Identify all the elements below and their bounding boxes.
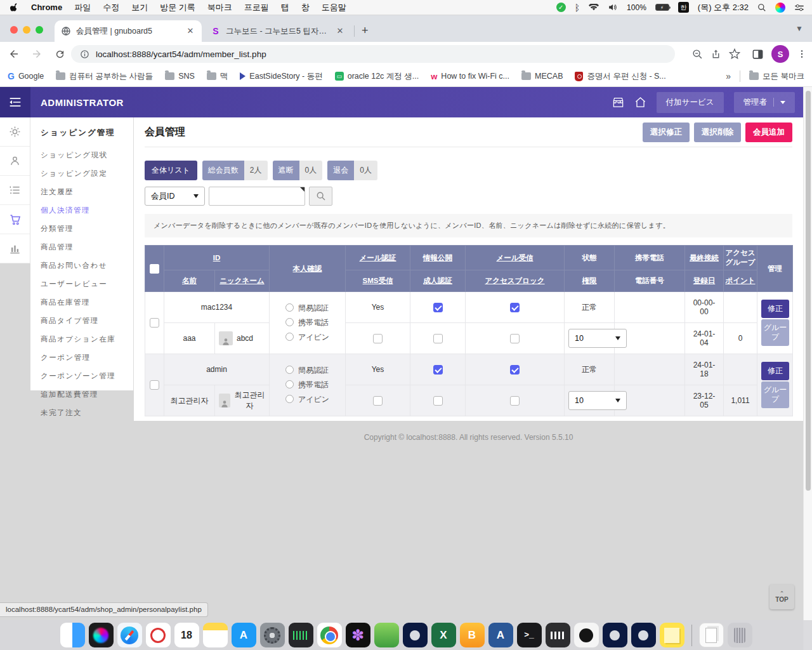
sidebar-item-shopping-status[interactable]: ショッピング現状 (30, 146, 133, 164)
new-tab-button[interactable]: + (362, 24, 369, 37)
cat-app-dock-icon[interactable] (574, 623, 599, 647)
add-member-button[interactable]: 会員追加 (745, 123, 792, 142)
select-delete-button[interactable]: 選択削除 (694, 123, 741, 142)
chrome-menu-icon[interactable] (797, 49, 807, 59)
siri-dock-icon[interactable] (89, 623, 114, 647)
rail-item-config[interactable] (0, 117, 30, 147)
sms-checkbox[interactable] (373, 334, 383, 343)
info-open-checkbox[interactable] (433, 365, 443, 375)
stat-blocked[interactable]: 遮断0人 (273, 161, 323, 180)
menubar-clock[interactable]: (목) 오후 2:32 (698, 2, 749, 13)
stickies-dock-icon[interactable] (660, 623, 684, 647)
bookmark-star-icon[interactable] (729, 48, 740, 60)
navy-app-dock-icon[interactable] (403, 623, 428, 647)
edit-button[interactable]: 修正 (761, 362, 789, 380)
sidebar-item-incomplete-orders[interactable]: 未完了注文 (30, 404, 133, 422)
rail-item-shop-active[interactable] (0, 205, 30, 234)
settings-dock-icon[interactable] (260, 623, 285, 647)
col-id[interactable]: ID (164, 246, 270, 270)
compass-dock-icon[interactable] (146, 623, 171, 647)
stat-total-members[interactable]: 総会員数2人 (202, 161, 268, 180)
menu-item-tab[interactable]: 탭 (281, 2, 289, 13)
rail-item-stats[interactable] (0, 234, 30, 263)
spotlight-icon[interactable] (757, 3, 766, 12)
app-store-dock-icon[interactable]: A (232, 623, 256, 647)
select-all-checkbox[interactable] (150, 264, 159, 274)
col-sms[interactable]: SMS受信 (346, 270, 410, 292)
group-button[interactable]: グループ (761, 381, 789, 408)
info-open-checkbox[interactable] (433, 303, 443, 312)
site-info-icon[interactable] (80, 50, 89, 59)
sidebar-item-option-stock[interactable]: 商品オプション在庫 (30, 330, 133, 348)
audio-editor-dock-icon[interactable] (289, 623, 313, 647)
filter-all-list[interactable]: 全体リスト (145, 161, 197, 180)
block-checkbox[interactable] (510, 334, 520, 343)
scroll-top-button[interactable]: ⌃ TOP (769, 585, 794, 609)
menu-item-window[interactable]: 창 (301, 2, 310, 13)
sidebar-item-personal-payment[interactable]: 個人決済管理 (30, 201, 133, 220)
bookmark-folder-mac[interactable]: 맥 (207, 71, 228, 82)
green-app-dock-icon[interactable] (374, 623, 399, 647)
side-panel-icon[interactable] (752, 48, 764, 60)
trash-dock-icon[interactable] (728, 623, 752, 647)
sidebar-item-category[interactable]: 分類管理 (30, 220, 133, 238)
navy-app-3-dock-icon[interactable] (631, 623, 656, 647)
adult-checkbox[interactable] (433, 334, 443, 343)
col-adult[interactable]: 成人認証 (410, 270, 466, 292)
rail-item-members[interactable] (0, 147, 30, 176)
mail-recv-checkbox[interactable] (510, 365, 520, 375)
col-info-open[interactable]: 情報公開 (410, 246, 466, 270)
bookmark-folder-sns[interactable]: SNS (165, 72, 195, 81)
radio-simple-auth[interactable]: 簡易認証 (285, 366, 329, 375)
addon-service-button[interactable]: 付加サービス (657, 92, 724, 113)
sidebar-item-coupon[interactable]: クーポン管理 (30, 348, 133, 367)
notes-dock-icon[interactable] (203, 623, 228, 647)
bookmark-folder-computer-study[interactable]: 컴퓨터 공부하는 사람들 (56, 71, 153, 82)
menu-item-view[interactable]: 보기 (131, 2, 148, 13)
search-input[interactable] (209, 187, 304, 205)
volume-icon[interactable] (608, 3, 618, 11)
menu-item-file[interactable]: 파일 (74, 2, 91, 13)
shop-icon[interactable] (612, 96, 624, 108)
sidebar-item-user-review[interactable]: ユーザーレビュー (30, 275, 133, 293)
edit-button[interactable]: 修正 (761, 300, 789, 318)
menu-item-profiles[interactable]: 프로필 (244, 2, 269, 13)
address-bar[interactable]: localhost:8888/ycart54/adm/member_list.p… (71, 45, 675, 63)
share-icon[interactable] (710, 49, 721, 60)
menu-item-help[interactable]: 도움말 (322, 2, 346, 13)
menu-item-history[interactable]: 방문 기록 (160, 2, 195, 13)
col-mail-auth[interactable]: メール認証 (346, 246, 410, 270)
search-button[interactable] (309, 187, 332, 206)
wifi-icon[interactable] (589, 4, 599, 11)
music-app-dock-icon[interactable] (546, 623, 570, 647)
home-icon[interactable] (634, 96, 646, 108)
bookmark-folder-mecab[interactable]: MECAB (521, 72, 563, 81)
blue-a-app-dock-icon[interactable]: A (488, 623, 513, 647)
permission-select[interactable]: 10 (568, 329, 627, 348)
bookmark-certificate[interactable]: 증명서 우편 신청 - S... (575, 71, 665, 82)
admin-account-button[interactable]: 管理者 (734, 92, 796, 113)
tab-search-chevron-icon[interactable]: ▼ (796, 24, 803, 33)
chrome-dock-icon[interactable] (317, 623, 342, 647)
sidebar-item-stock[interactable]: 商品在庫管理 (30, 293, 133, 312)
col-reg-date[interactable]: 登録日 (685, 270, 724, 292)
block-checkbox[interactable] (510, 396, 520, 406)
tab-close-icon[interactable]: ✕ (335, 26, 345, 36)
terminal-dock-icon[interactable]: >_ (517, 623, 542, 647)
menu-app-name[interactable]: Chrome (31, 3, 62, 12)
reload-button[interactable] (51, 45, 69, 63)
radio-ipin-auth[interactable]: アイピン (285, 395, 329, 404)
mail-recv-checkbox[interactable] (510, 303, 520, 312)
bookmark-wifi-fix[interactable]: wHow to fix Wi-Fi c... (431, 72, 509, 81)
navy-app-2-dock-icon[interactable] (603, 623, 627, 647)
tab-close-icon[interactable]: ✕ (185, 26, 195, 36)
profile-avatar[interactable]: S (771, 45, 789, 63)
radio-mobile-auth[interactable]: 携帯電話 (285, 380, 329, 389)
bluetooth-icon[interactable]: ᛒ (575, 3, 580, 13)
sidebar-item-product-type[interactable]: 商品タイプ管理 (30, 312, 133, 330)
rail-item-board[interactable] (0, 176, 30, 205)
scrollbar-thumb[interactable] (806, 91, 811, 491)
flower-app-dock-icon[interactable]: ✽ (346, 623, 370, 647)
bookmark-eastsidestory[interactable]: EastSideStory - 동편 (240, 71, 322, 82)
window-minimize-button[interactable] (23, 26, 30, 34)
